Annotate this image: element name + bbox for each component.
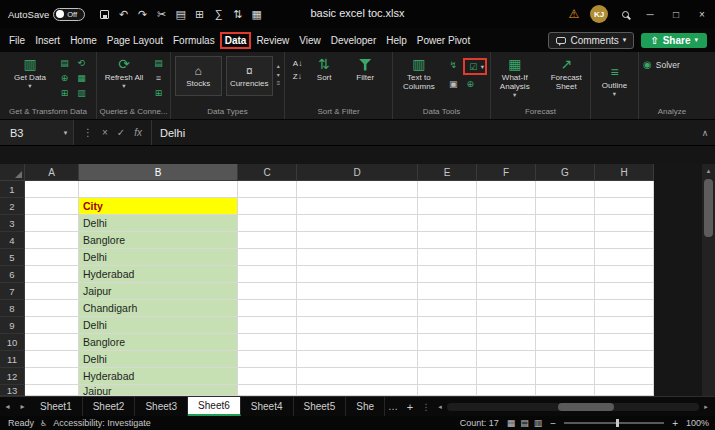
from-table-range-icon[interactable]: ⊞ [57,86,72,99]
cell-B6[interactable]: Hyderabad [79,266,238,283]
sheet-tab-sheet2[interactable]: Sheet2 [83,397,136,416]
horizontal-scroll-thumb[interactable] [558,403,614,411]
cell-E3[interactable] [418,215,477,232]
autosave-control[interactable]: AutoSave Off [8,8,85,21]
cell-B1[interactable] [79,181,238,198]
cell-E11[interactable] [418,351,477,368]
ribbon-tab-review[interactable]: Review [251,32,294,49]
consolidate-icon[interactable]: ⊕ [463,77,478,90]
expand-formula-bar-icon[interactable]: ∧ [695,128,715,138]
warning-icon[interactable]: ⚠ [563,7,585,21]
cell-G10[interactable] [536,334,595,351]
cell-E5[interactable] [418,249,477,266]
cell-G12[interactable] [536,368,595,385]
cell-G5[interactable] [536,249,595,266]
cell-A3[interactable] [25,215,79,232]
gallery-more-icon[interactable]: ≡ [277,80,281,86]
queries-connections-icon[interactable]: ▤ [151,56,166,69]
flash-fill-icon[interactable]: ↯ [446,58,461,71]
cell-E2[interactable] [418,198,477,215]
minimize-button[interactable]: ─ [637,0,663,28]
comments-button[interactable]: Comments ▾ [548,32,634,49]
row-header-1[interactable]: 1 [0,181,25,198]
enter-icon[interactable]: ✓ [117,127,125,138]
cell-H8[interactable] [595,300,654,317]
cell-A12[interactable] [25,368,79,385]
row-header-9[interactable]: 9 [0,317,25,334]
cell-C7[interactable] [238,283,297,300]
cell-C1[interactable] [238,181,297,198]
scroll-right-icon[interactable]: ▸ [699,403,713,411]
cell-B7[interactable]: Jaipur [79,283,238,300]
sheet-tab-sheet1[interactable]: Sheet1 [30,397,83,416]
cell-A11[interactable] [25,351,79,368]
row-header-2[interactable]: 2 [0,198,25,215]
column-header-B[interactable]: B [79,164,238,181]
cell-B5[interactable]: Delhi [79,249,238,266]
cell-E10[interactable] [418,334,477,351]
zoom-slider-thumb[interactable] [616,419,619,427]
cell-C5[interactable] [238,249,297,266]
cell-F8[interactable] [477,300,536,317]
maximize-button[interactable]: □ [663,0,689,28]
row-header-7[interactable]: 7 [0,283,25,300]
undo-button[interactable]: ↶ [114,4,133,24]
cell-D11[interactable] [297,351,418,368]
outline-button[interactable]: ≡ Outline ▾ [592,64,638,97]
cell-A1[interactable] [25,181,79,198]
sort-a-to-z-icon[interactable]: A↓ [293,58,302,69]
autosave-toggle[interactable]: Off [53,8,85,21]
sort-button[interactable]: ⇅ Sort [306,56,342,82]
cell-B12[interactable]: Hyderabad [79,368,238,385]
cell-E12[interactable] [418,368,477,385]
borders-button[interactable]: ▦ [247,4,266,24]
sheet-tab-sheet5[interactable]: Sheet5 [294,397,347,416]
row-header-13[interactable]: 13 [0,385,25,396]
cell-C8[interactable] [238,300,297,317]
cell-G3[interactable] [536,215,595,232]
select-all-button[interactable] [0,164,25,181]
column-header-D[interactable]: D [297,164,418,181]
search-button[interactable] [613,11,637,18]
cell-H2[interactable] [595,198,654,215]
row-header-8[interactable]: 8 [0,300,25,317]
cell-A9[interactable] [25,317,79,334]
cell-G9[interactable] [536,317,595,334]
chevron-down-icon[interactable]: ▾ [481,63,484,70]
normal-view-icon[interactable]: ▦ [507,418,516,428]
cell-A7[interactable] [25,283,79,300]
name-box[interactable]: B3 [0,120,58,145]
share-button[interactable]: ⇧ Share ▾ [641,33,707,48]
ribbon-tab-insert[interactable]: Insert [30,32,65,49]
cell-A10[interactable] [25,334,79,351]
cell-G4[interactable] [536,232,595,249]
ribbon-tab-help[interactable]: Help [381,32,412,49]
column-header-E[interactable]: E [418,164,477,181]
row-header-11[interactable]: 11 [0,351,25,368]
stocks-tile[interactable]: ⌂ Stocks [175,56,222,96]
cell-H1[interactable] [595,181,654,198]
cell-H4[interactable] [595,232,654,249]
cell-A6[interactable] [25,266,79,283]
data-validation-icon[interactable]: ☑ [466,60,481,73]
ribbon-tab-formulas[interactable]: Formulas [168,32,220,49]
properties-icon[interactable]: ≡ [151,71,166,84]
cell-C4[interactable] [238,232,297,249]
cell-G11[interactable] [536,351,595,368]
cell-F2[interactable] [477,198,536,215]
sheet-tab-sheet3[interactable]: Sheet3 [135,397,188,416]
cell-F7[interactable] [477,283,536,300]
scroll-left-icon[interactable]: ◂ [433,403,447,411]
sheet-nav-left-icon[interactable]: ◂ [0,402,15,411]
cell-E13[interactable] [418,385,477,396]
what-if-analysis-button[interactable]: ▦ What-If Analysis ▾ [491,56,539,98]
cancel-icon[interactable]: × [102,127,108,138]
ribbon-tab-view[interactable]: View [294,32,326,49]
insert-function-icon[interactable]: fx [134,127,142,138]
data-source-icon[interactable]: ▥ [74,86,89,99]
workbook-links-icon[interactable]: ⊞ [151,86,166,99]
cell-D1[interactable] [297,181,418,198]
existing-connections-icon[interactable]: ▦ [74,71,89,84]
cell-F9[interactable] [477,317,536,334]
cell-C6[interactable] [238,266,297,283]
